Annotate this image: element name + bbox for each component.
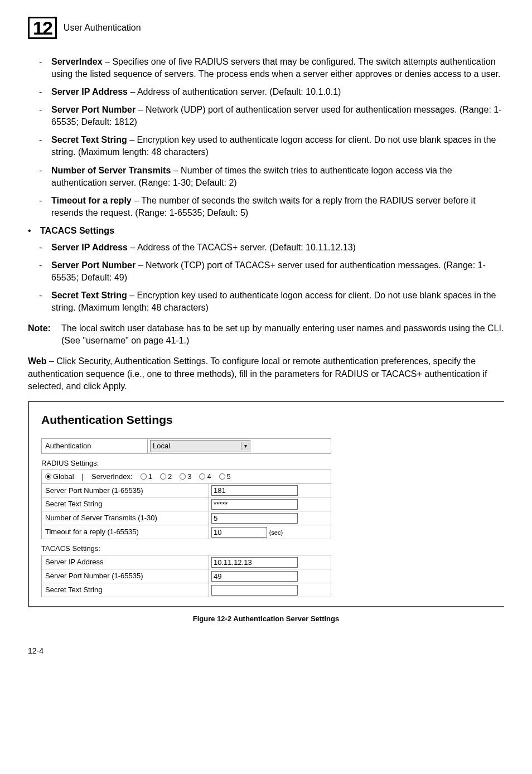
- section-name: TACACS Settings: [40, 226, 114, 235]
- server-index-4-radio[interactable]: 4: [199, 472, 211, 482]
- screenshot-panel: Authentication Settings Authentication L…: [28, 401, 504, 607]
- timeout-label: Timeout for a reply (1-65535): [42, 525, 209, 539]
- web-paragraph: Web – Click Security, Authentication Set…: [28, 355, 504, 392]
- t-secret-input[interactable]: [211, 585, 298, 596]
- timeout-input[interactable]: [211, 527, 267, 538]
- param-name: Timeout for a reply: [51, 196, 132, 205]
- radio-icon: [141, 473, 147, 480]
- param-name: ServerIndex: [51, 57, 103, 66]
- chapter-number: 12: [28, 17, 57, 39]
- global-radio[interactable]: Global: [45, 472, 74, 482]
- list-item: - Timeout for a reply – The number of se…: [39, 195, 504, 219]
- param-desc: – Specifies one of five RADIUS servers t…: [51, 57, 500, 79]
- param-name: Secret Text String: [51, 291, 127, 300]
- port-label: Server Port Number (1-65535): [42, 484, 209, 497]
- server-index-2-radio[interactable]: 2: [160, 472, 172, 482]
- server-index-1-radio[interactable]: 1: [141, 472, 152, 482]
- t-ip-label: Server IP Address: [42, 555, 209, 569]
- radio-icon: [219, 473, 225, 480]
- server-index-label: ServerIndex:: [91, 472, 133, 482]
- param-name: Number of Server Transmits: [51, 166, 171, 175]
- page-number: 12-4: [28, 646, 504, 655]
- auth-select[interactable]: Local ▾: [150, 440, 250, 452]
- web-text: – Click Security, Authentication Setting…: [28, 356, 487, 390]
- list-item: - Number of Server Transmits – Number of…: [39, 165, 504, 189]
- auth-label: Authentication: [42, 439, 148, 453]
- list-item: - Server Port Number – Network (UDP) por…: [39, 104, 504, 128]
- radio-icon: [160, 473, 166, 480]
- t-ip-input[interactable]: [211, 557, 298, 568]
- panel-title: Authentication Settings: [41, 412, 492, 428]
- sec-unit: (sec): [269, 529, 283, 536]
- param-name: Server IP Address: [51, 87, 128, 96]
- param-name: Secret Text String: [51, 135, 127, 144]
- note-block: Note: The local switch user database has…: [28, 322, 504, 347]
- chapter-header: 12 User Authentication: [28, 17, 504, 39]
- list-item: - Secret Text String – Encryption key us…: [39, 134, 504, 158]
- radio-icon: [45, 473, 51, 480]
- list-item: - Server IP Address – Address of authent…: [39, 86, 504, 98]
- param-name: Server Port Number: [51, 105, 136, 114]
- param-desc: – Address of authentication server. (Def…: [128, 87, 341, 96]
- note-label: Note:: [28, 322, 61, 347]
- radius-heading: RADIUS Settings:: [41, 458, 492, 468]
- t-secret-label: Secret Text String: [42, 583, 209, 597]
- server-index-5-radio[interactable]: 5: [219, 472, 231, 482]
- t-port-label: Server Port Number (1-65535): [42, 569, 209, 583]
- chevron-down-icon: ▾: [241, 442, 250, 450]
- radio-icon: [199, 473, 205, 480]
- list-item: - Server Port Number – Network (TCP) por…: [39, 259, 504, 284]
- list-item: • TACACS Settings: [28, 225, 504, 237]
- param-name: Server IP Address: [51, 243, 128, 252]
- param-desc: – Address of the TACACS+ server. (Defaul…: [128, 243, 356, 252]
- transmits-label: Number of Server Transmits (1-30): [42, 511, 209, 525]
- param-name: Server Port Number: [51, 260, 136, 270]
- list-item: - Server IP Address – Address of the TAC…: [39, 241, 504, 254]
- server-index-row: Global | ServerIndex: 1 2 3 4 5: [41, 470, 331, 483]
- note-text: The local switch user database has to be…: [61, 322, 504, 347]
- figure-caption: Figure 12-2 Authentication Server Settin…: [28, 614, 504, 624]
- secret-input[interactable]: [211, 499, 298, 510]
- chapter-title: User Authentication: [64, 23, 141, 33]
- transmits-input[interactable]: [211, 513, 298, 524]
- auth-select-value: Local: [153, 441, 170, 451]
- web-label: Web: [28, 356, 46, 366]
- t-port-input[interactable]: [211, 571, 298, 582]
- server-port-input[interactable]: [211, 485, 298, 496]
- list-item: - ServerIndex – Specifies one of five RA…: [39, 56, 504, 80]
- list-item: - Secret Text String – Encryption key us…: [39, 289, 504, 314]
- server-index-3-radio[interactable]: 3: [180, 472, 191, 482]
- secret-label: Secret Text String: [42, 497, 209, 511]
- tacacs-heading: TACACS Settings:: [41, 544, 492, 554]
- radio-icon: [180, 473, 186, 480]
